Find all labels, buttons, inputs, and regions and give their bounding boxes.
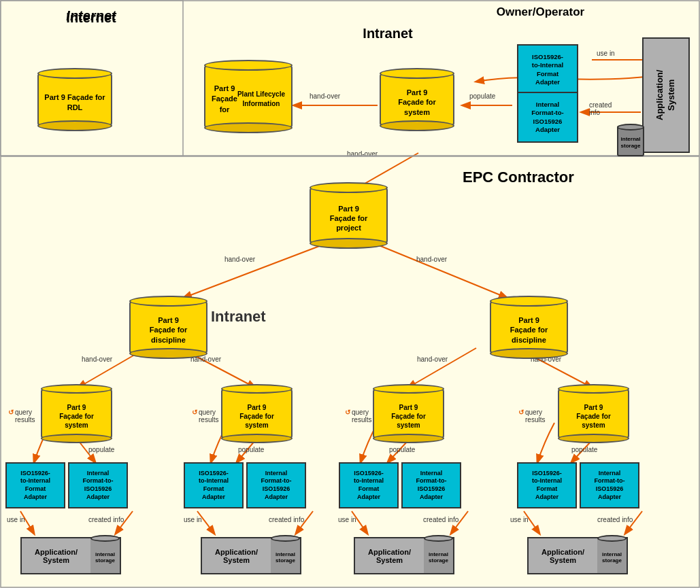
epc-intranet-label: Intranet [211,308,266,326]
owner-operator-label: Owner/Operator [381,5,700,19]
epc-contractor-label: EPC Contractor [463,169,574,186]
cyl-sys-2: Part 9Façade forsystem [221,384,293,438]
svg-line-22 [625,511,642,534]
cyl-discipline-left: Part 9Façade fordiscipline [129,296,207,353]
createdinfo-1: created info [88,516,124,523]
query-l3b: results [352,416,371,423]
adapter-iso-3: ISO15926-to-InternalFormatAdapter [339,462,399,508]
populate-3: populate [389,446,416,453]
adapter-internal-2: InternalFormat-to-ISO15926Adapter [246,462,306,508]
cyl-discipline-right: Part 9Façade fordiscipline [490,296,568,353]
svg-line-6 [374,243,507,298]
svg-line-20 [296,511,313,534]
svg-line-9 [408,348,476,387]
createdinfo-2: created info [269,516,305,523]
internet-title: Internet [0,8,182,24]
populate-label-top: populate [469,92,496,100]
storage-3: internalstorage [424,537,454,574]
populate-1: populate [88,446,115,453]
query-sym-2: ↺ [192,409,198,416]
query-l4: query [525,409,542,416]
handover-epc-left: hand-over [224,256,256,263]
handover-epc-right: hand-over [416,256,448,263]
usein-3: use in [338,516,356,523]
adapter-iso-1: ISO15926-to-InternalFormatAdapter [5,462,65,508]
handover-label-top2: hand-over [347,150,378,158]
query-sym-1: ↺ [8,409,14,416]
svg-line-19 [116,511,133,534]
cyl-sys-4: Part 9Façade forsystem [558,384,629,438]
query-sym-3: ↺ [345,409,351,416]
query-l2: query [199,409,216,416]
created-info-top2: info [589,109,601,116]
usein-2: use in [184,516,202,523]
app-system-3: Application/System [354,537,425,574]
svg-line-18 [524,511,539,534]
query-sym-4: ↺ [518,409,524,416]
usein-4: use in [510,516,529,523]
svg-line-14 [571,440,592,462]
app-system-1: Application/System [20,537,92,574]
storage-2: internalstorage [271,537,301,574]
svg-line-21 [451,511,468,534]
query-l4b: results [525,416,545,423]
main-container: hand-over hand-over populate use in ↺ qu… [0,0,700,588]
cyl-facade-project: Part 9Façade forproject [310,182,388,243]
adapter-internal-3: InternalFormat-to-ISO15926Adapter [401,462,461,508]
storage-1: internalstorage [90,537,121,574]
adapter-iso-4: ISO15926-to-InternalFormatAdapter [517,462,577,508]
query-l2b: results [199,416,218,423]
cyl-rdl: Part 9 Façade for RDL [37,68,112,126]
adapter-iso-to-internal-top: ISO15926-to-InternalFormatAdapter [517,44,578,95]
svg-line-12 [237,440,255,462]
svg-line-16 [197,511,214,534]
storage-top: internalstorage [617,126,644,156]
usein-label-top: use in [597,50,615,57]
handover-l1: hand-over [82,356,113,363]
svg-line-17 [352,511,367,534]
populate-4: populate [571,446,598,453]
populate-2: populate [238,446,265,453]
app-system-2: Application/System [201,537,272,574]
cyl-sys-3: Part 9Façade forsystem [373,384,444,438]
query-l1: query [15,409,32,416]
svg-line-5 [184,243,327,298]
cyl-sys-1: Part 9Façade forsystem [41,384,112,438]
adapter-internal-1: InternalFormat-to-ISO15926Adapter [68,462,128,508]
svg-line-13 [388,440,408,462]
adapter-internal-to-iso-top: InternalFormat-to-ISO15926Adapter [517,92,578,143]
usein-1: use in [7,516,25,523]
handover-r1: hand-over [417,356,448,363]
handover-label-top: hand-over [310,92,341,100]
svg-line-15 [20,511,34,534]
query-l1b: results [15,416,35,423]
app-system-top: Application/System [642,37,690,153]
storage-4: internalstorage [597,537,628,574]
intranet-top-label: Intranet [184,26,592,41]
adapter-internal-4: InternalFormat-to-ISO15926Adapter [580,462,639,508]
app-system-4: Application/System [527,537,599,574]
adapter-iso-2: ISO15926-to-InternalFormatAdapter [184,462,244,508]
cyl-facade-system-top: Part 9Façade forsystem [380,68,454,126]
created-info-top: created [589,101,612,109]
svg-line-11 [78,440,95,462]
cyl-plant-lifecycle: Part 9FaçadeforPlant LifecycleInformatio… [204,60,293,128]
query-l3: query [352,409,369,416]
createdinfo-3: created info [423,516,459,523]
createdinfo-4: created info [597,516,633,523]
